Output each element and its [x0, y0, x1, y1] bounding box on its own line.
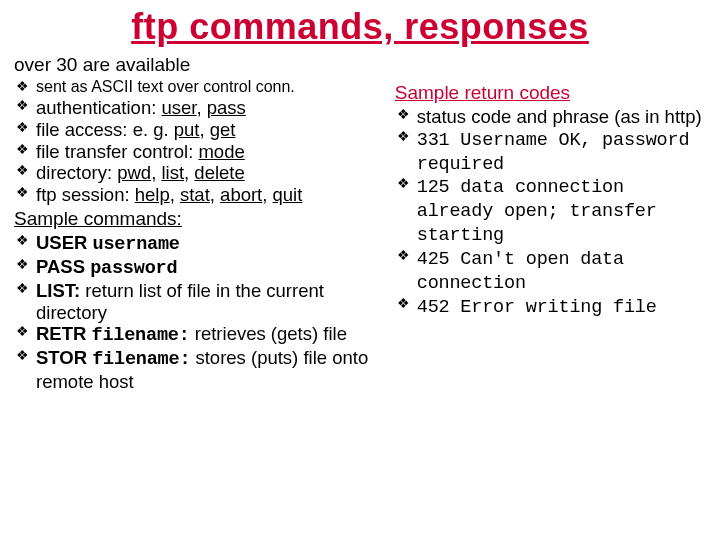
- list-item: authentication: user, pass: [14, 97, 385, 119]
- sample-commands-heading: Sample commands:: [14, 208, 385, 230]
- left-column: sent as ASCII text over control conn.aut…: [10, 78, 391, 393]
- columns: sent as ASCII text over control conn.aut…: [10, 78, 710, 393]
- sample-commands-list: USER usernamePASS passwordLIST: return l…: [10, 232, 385, 393]
- list-item: sent as ASCII text over control conn.: [14, 78, 385, 97]
- list-item: RETR filename: retrieves (gets) file: [14, 323, 385, 347]
- list-item: USER username: [14, 232, 385, 256]
- list-item: status code and phrase (as in http): [395, 106, 710, 128]
- right-column: Sample return codes status code and phra…: [391, 78, 710, 318]
- slide: ftp commands, responses over 30 are avai…: [0, 0, 720, 403]
- list-item: ftp session: help, stat, abort, quit: [14, 184, 385, 206]
- list-item: 331 Username OK, password required: [395, 128, 710, 176]
- slide-title: ftp commands, responses: [10, 6, 710, 48]
- list-item: 425 Can't open data connection: [395, 247, 710, 295]
- sample-return-codes-heading: Sample return codes: [395, 82, 710, 104]
- list-item: file transfer control: mode: [14, 141, 385, 163]
- list-item: 125 data connection already open; transf…: [395, 175, 710, 246]
- list-item: LIST: return list of file in the current…: [14, 280, 385, 324]
- left-bullet-list: sent as ASCII text over control conn.aut…: [10, 78, 385, 206]
- list-item: file access: e. g. put, get: [14, 119, 385, 141]
- return-codes-list: status code and phrase (as in http)331 U…: [391, 106, 710, 318]
- list-item: STOR filename: stores (puts) file onto r…: [14, 347, 385, 393]
- slide-subtitle: over 30 are available: [14, 54, 710, 76]
- list-item: 452 Error writing file: [395, 295, 710, 319]
- list-item: directory: pwd, list, delete: [14, 162, 385, 184]
- list-item: PASS password: [14, 256, 385, 280]
